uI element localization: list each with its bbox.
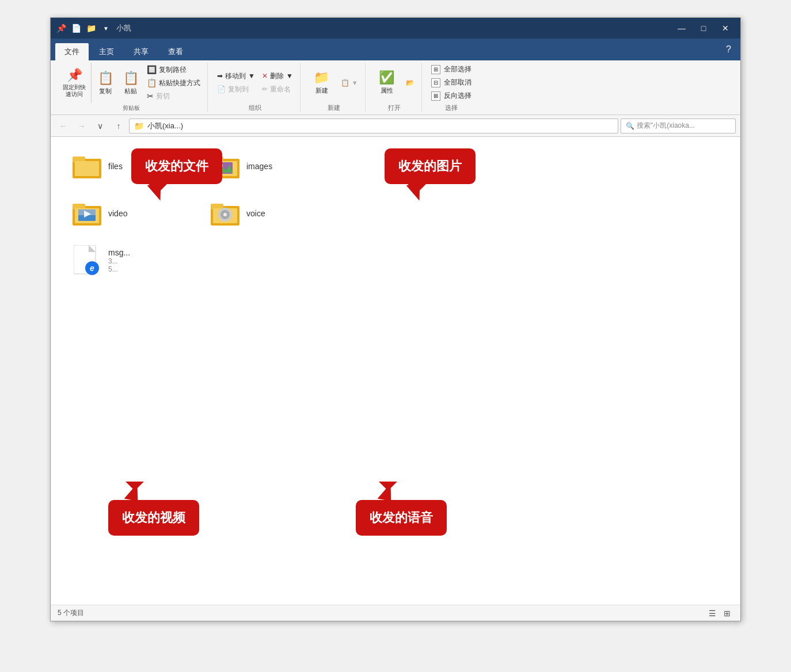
tab-home[interactable]: 主页 xyxy=(90,43,123,60)
help-button[interactable]: ? xyxy=(721,42,736,57)
copy-icon: 📋 xyxy=(98,71,113,86)
move-to-button[interactable]: ➡ 移动到 ▼ xyxy=(215,70,257,82)
ribbon-body: 📌 固定到快速访问 📋 复制 📋 粘贴 xyxy=(51,60,740,114)
window-controls: — □ ✕ xyxy=(671,20,736,36)
voice-folder-label: voice xyxy=(246,209,265,218)
video-callout: 收发的视频 xyxy=(108,500,199,536)
minimize-button[interactable]: — xyxy=(671,20,692,36)
dropdown-arrow: ▼ xyxy=(248,72,255,80)
select-label: 选择 xyxy=(429,102,474,112)
open-section: ✅ 属性 📂 打开 xyxy=(368,63,422,112)
address-bar[interactable]: 📁 小凯(xia...) xyxy=(129,119,618,133)
files-folder-icon xyxy=(73,152,101,181)
details-view-button[interactable]: ☰ xyxy=(706,607,718,620)
cut-button[interactable]: ✂ 剪切 xyxy=(144,90,203,102)
open-label: 打开 xyxy=(372,102,417,112)
tab-view[interactable]: 查看 xyxy=(159,43,192,60)
paste-button[interactable]: 📋 粘贴 xyxy=(119,68,142,98)
copy-path-icon: 🔲 xyxy=(147,65,157,74)
view-controls: ☰ ⊞ xyxy=(706,607,733,620)
select-all-button[interactable]: ⊞ 全部选择 xyxy=(429,63,474,75)
search-icon: 🔍 xyxy=(626,122,634,130)
paste-icon: 📋 xyxy=(123,71,139,86)
video-callout-text: 收发的视频 xyxy=(122,510,185,525)
divider xyxy=(91,63,92,103)
file-area: files images xyxy=(51,137,740,605)
svg-text:e: e xyxy=(90,264,94,273)
fix-quick-access-button[interactable]: 📌 固定到快速访问 xyxy=(60,66,89,100)
explorer-window: 📌 📄 📁 ▼ 小凯 — □ ✕ 文件 主页 共享 查看 ? xyxy=(50,17,741,621)
main-content: files images xyxy=(51,137,740,605)
delete-button[interactable]: ✕ 删除 ▼ xyxy=(260,70,295,82)
large-icons-view-button[interactable]: ⊞ xyxy=(721,607,733,620)
dropdown-icon[interactable]: ▼ xyxy=(100,22,112,34)
select-all-icon: ⊞ xyxy=(431,65,440,74)
search-bar[interactable]: 🔍 搜索"小凯(xiaoka... xyxy=(621,119,736,133)
video-folder-label: video xyxy=(108,209,127,218)
copy-to-icon: 📄 xyxy=(217,85,226,93)
address-text: 小凯(xia...) xyxy=(147,121,183,131)
paste-shortcut-button[interactable]: 📋 粘贴快捷方式 xyxy=(144,77,203,89)
new-item-button[interactable]: 📋 ▼ xyxy=(339,78,360,88)
voice-callout-text: 收发的语音 xyxy=(370,510,433,525)
maximize-button[interactable]: □ xyxy=(693,20,714,36)
back-button[interactable]: ← xyxy=(55,118,71,134)
rename-button[interactable]: ✏ 重命名 xyxy=(260,83,295,96)
scissors-icon: ✂ xyxy=(147,91,154,101)
images-folder-item[interactable]: images xyxy=(206,148,321,184)
files-callout-text: 收发的文件 xyxy=(145,159,208,173)
pin-icon: 📌 xyxy=(67,68,82,83)
invert-selection-button[interactable]: ⊠ 反向选择 xyxy=(429,90,474,102)
organize-label: 组织 xyxy=(215,102,295,112)
close-button[interactable]: ✕ xyxy=(715,20,736,36)
move-icon: ➡ xyxy=(217,72,223,80)
new-section: 📁 新建 📋 ▼ 新建 xyxy=(303,63,366,112)
files-folder-label: files xyxy=(108,162,123,171)
tab-file[interactable]: 文件 xyxy=(55,43,89,60)
up-button[interactable]: ↑ xyxy=(111,118,127,134)
paste-shortcut-icon: 📋 xyxy=(147,78,157,87)
voice-callout: 收发的语音 xyxy=(356,500,447,536)
copy-to-button[interactable]: 📄 复制到 xyxy=(215,83,257,96)
title-bar: 📌 📄 📁 ▼ 小凯 — □ ✕ xyxy=(51,18,740,39)
properties-button[interactable]: ✅ 属性 xyxy=(372,68,401,97)
select-none-icon: ⊟ xyxy=(431,78,440,87)
copy-button[interactable]: 📋 复制 xyxy=(94,68,117,98)
voice-folder-item[interactable]: voice xyxy=(206,196,321,231)
copy-path-button[interactable]: 🔲 复制路径 xyxy=(144,64,203,76)
file-row-3: e msg... 3... 5... xyxy=(68,243,723,278)
invert-icon: ⊠ xyxy=(431,91,440,101)
msg-file-item[interactable]: e msg... 3... 5... xyxy=(68,243,183,278)
images-folder-label: images xyxy=(246,162,272,171)
select-none-button[interactable]: ⊟ 全部取消 xyxy=(429,77,474,89)
ribbon: 文件 主页 共享 查看 ? 📌 固定到快速访问 xyxy=(51,39,740,115)
open-icon: 📂 xyxy=(406,79,414,87)
nav-bar: ← → ∨ ↑ 📁 小凯(xia...) 🔍 搜索"小凯(xiaoka... xyxy=(51,115,740,137)
svg-rect-2 xyxy=(75,161,99,176)
new-folder-icon: 📁 xyxy=(314,70,329,85)
voice-folder-icon xyxy=(211,199,239,228)
title-bar-icons: 📌 📄 📁 ▼ xyxy=(55,22,112,34)
files-callout: 收发的文件 xyxy=(131,148,222,184)
svg-point-20 xyxy=(223,213,227,216)
forward-button[interactable]: → xyxy=(74,118,90,134)
new-folder-button[interactable]: 📁 新建 xyxy=(307,68,336,97)
organize-section: ➡ 移动到 ▼ 📄 复制到 ✕ 删除 ▼ xyxy=(210,63,301,112)
quick-access-icon: 📌 xyxy=(55,22,67,34)
recent-button[interactable]: ∨ xyxy=(92,118,108,134)
status-count: 5 个项目 xyxy=(58,608,84,618)
new-doc-icon: 📄 xyxy=(70,22,82,34)
msg-file-icon: e xyxy=(73,246,101,275)
rename-icon: ✏ xyxy=(262,85,268,93)
address-folder-icon: 📁 xyxy=(134,121,144,131)
msg-file-detail1: 3... xyxy=(108,257,130,265)
window-title: 小凯 xyxy=(116,23,671,33)
clipboard-label: 剪贴板 xyxy=(60,103,203,112)
status-bar: 5 个项目 ☰ ⊞ xyxy=(51,605,740,621)
tab-share[interactable]: 共享 xyxy=(124,43,158,60)
images-callout: 收发的图片 xyxy=(385,148,476,184)
delete-icon: ✕ xyxy=(262,72,268,80)
properties-icon: ✅ xyxy=(379,70,394,85)
clipboard-section: 📌 固定到快速访问 📋 复制 📋 粘贴 xyxy=(55,63,208,112)
open-button[interactable]: 📂 xyxy=(404,78,417,88)
